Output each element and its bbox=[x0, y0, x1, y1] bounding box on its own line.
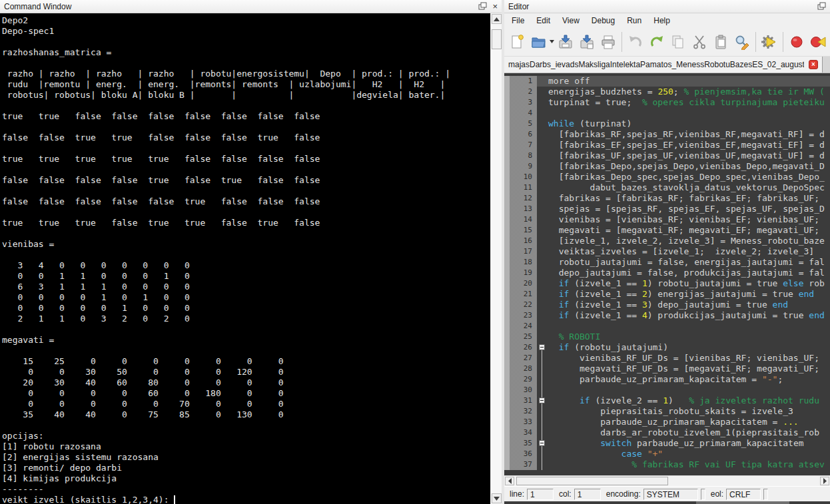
open-dropdown-icon[interactable] bbox=[550, 30, 555, 54]
line-number[interactable]: 20 bbox=[504, 278, 537, 289]
line-number[interactable]: 33 bbox=[504, 417, 537, 427]
fold-collapse-icon[interactable] bbox=[539, 344, 545, 350]
code-line[interactable]: darbs_ar_robotu_izvelem_1(pieprasitais_r… bbox=[537, 427, 830, 438]
code-line[interactable]: [fabrikas_EF,spejas_EF,vienibas_EF,megav… bbox=[537, 140, 830, 150]
code-line[interactable]: parbaude_uz_primaram_kapacitatem = ... bbox=[537, 417, 830, 427]
code-line[interactable]: if (izvele_1 == 2) energijas_jautajumi =… bbox=[537, 289, 830, 300]
code-line[interactable]: depo_jautajumi = false, produkcijas_jaut… bbox=[537, 268, 830, 278]
line-number[interactable]: 5 bbox=[504, 119, 537, 129]
code-line[interactable]: [fabrikas_Depo,spejas_Depo,vienibas_Depo… bbox=[537, 161, 830, 172]
code-line[interactable]: megavati_RF_UF_Ds = [megavati_RF; megava… bbox=[537, 364, 830, 374]
undock-icon[interactable] bbox=[478, 2, 487, 11]
paste-icon[interactable] bbox=[710, 30, 731, 54]
code-line[interactable]: fabrikas = [fabrikas_RF; fabrikas_EF; fa… bbox=[537, 193, 830, 204]
editor-hscrollbar[interactable] bbox=[504, 475, 830, 486]
code-line[interactable]: [izvele_1, izvele_2, izvele_3] = Meness_… bbox=[537, 236, 830, 246]
open-icon[interactable] bbox=[528, 30, 550, 54]
code-line[interactable]: if (robotu_jautajumi) bbox=[537, 342, 830, 353]
code-line[interactable]: more off bbox=[537, 76, 830, 87]
line-number[interactable]: 22 bbox=[504, 300, 537, 310]
scroll-up-icon[interactable] bbox=[492, 14, 502, 24]
line-number[interactable]: 13 bbox=[504, 204, 537, 214]
line-number[interactable]: 9 bbox=[504, 161, 537, 172]
code-line[interactable]: energijas_budzhets = 250; % pienjemsim,k… bbox=[537, 87, 830, 97]
line-number[interactable]: 17 bbox=[504, 246, 537, 257]
line-number[interactable]: 6 bbox=[504, 129, 537, 140]
line-number[interactable]: 32 bbox=[504, 406, 537, 417]
command-window-scrollbar[interactable] bbox=[490, 13, 502, 504]
run-script-icon[interactable] bbox=[759, 30, 780, 54]
editor-tab[interactable]: majasDarbs_ievadsMaksligaIntelektaPamato… bbox=[504, 57, 823, 73]
line-number[interactable]: 18 bbox=[504, 257, 537, 268]
fold-collapse-icon[interactable] bbox=[539, 397, 545, 403]
scroll-down-icon[interactable] bbox=[492, 493, 502, 503]
scrollbar-thumb[interactable] bbox=[492, 29, 502, 49]
toggle-breakpoint-icon[interactable] bbox=[786, 30, 807, 54]
line-number[interactable]: 36 bbox=[504, 449, 537, 459]
menu-file[interactable]: File bbox=[506, 14, 530, 27]
line-number[interactable]: 23 bbox=[504, 310, 537, 321]
code-line[interactable]: megavati = [megavati_RF; megavati_EF; me… bbox=[537, 225, 830, 236]
hscrollbar-thumb[interactable] bbox=[516, 477, 668, 485]
line-number[interactable]: 30 bbox=[504, 385, 537, 395]
code-line[interactable]: if (izvele_2 == 1) % ja izvelets razhot … bbox=[537, 395, 830, 406]
line-number[interactable]: 1 bbox=[504, 76, 537, 87]
menu-view[interactable]: View bbox=[556, 14, 586, 27]
code-line[interactable]: % ROBOTI bbox=[537, 332, 830, 342]
print-icon[interactable] bbox=[598, 30, 619, 54]
menu-help[interactable]: Help bbox=[647, 14, 676, 27]
code-line[interactable] bbox=[537, 108, 830, 119]
line-number[interactable]: 31 bbox=[504, 395, 537, 406]
line-number[interactable]: 16 bbox=[504, 236, 537, 246]
code-line[interactable] bbox=[537, 385, 830, 395]
code-line[interactable]: [fabrikas_UF,spejas_UF,vienibas_UF,megav… bbox=[537, 150, 830, 161]
code-line[interactable]: vienibas_RF_UF_Ds = [vienibas_RF; vienib… bbox=[537, 353, 830, 364]
line-number[interactable]: 14 bbox=[504, 214, 537, 225]
line-number[interactable]: 8 bbox=[504, 150, 537, 161]
line-number[interactable]: 7 bbox=[504, 140, 537, 150]
line-number[interactable]: 29 bbox=[504, 374, 537, 385]
line-number[interactable]: 25 bbox=[504, 332, 537, 342]
copy-icon[interactable] bbox=[667, 30, 689, 54]
fold-collapse-icon[interactable] bbox=[539, 440, 545, 446]
code-line[interactable]: while (turpinat) bbox=[537, 119, 830, 129]
code-line[interactable]: case "+" bbox=[537, 449, 830, 459]
line-number[interactable]: 27 bbox=[504, 353, 537, 364]
code-line[interactable]: veiktas_izveles = [izvele_1; izvele_2; i… bbox=[537, 246, 830, 257]
line-number[interactable]: 26 bbox=[504, 342, 537, 353]
close-icon[interactable]: × bbox=[492, 2, 498, 11]
line-number[interactable]: 11 bbox=[504, 182, 537, 193]
line-number[interactable]: 24 bbox=[504, 321, 537, 332]
code-area[interactable]: 1more off2energijas_budzhets = 250; % pi… bbox=[504, 73, 830, 475]
code-line[interactable]: parbaude_uz_primaram_kapacitatem = "-"; bbox=[537, 374, 830, 385]
line-number[interactable]: 19 bbox=[504, 268, 537, 278]
undo-icon[interactable] bbox=[625, 30, 646, 54]
line-number[interactable]: 4 bbox=[504, 108, 537, 119]
code-line[interactable]: [fabrikas_Depo_spec,spejas_Depo_spec,vie… bbox=[537, 172, 830, 182]
line-number[interactable]: 28 bbox=[504, 364, 537, 374]
cut-icon[interactable] bbox=[689, 30, 710, 54]
next-breakpoint-icon[interactable] bbox=[807, 30, 829, 54]
code-line[interactable]: switch parbaude_uz_primaram_kapacitatem bbox=[537, 438, 830, 449]
code-line[interactable]: spejas = [spejas_RF, spejas_EF, spejas_U… bbox=[537, 204, 830, 214]
menu-run[interactable]: Run bbox=[621, 14, 647, 27]
tab-close-icon[interactable] bbox=[809, 60, 818, 69]
undock-icon[interactable] bbox=[817, 2, 826, 11]
code-line[interactable] bbox=[537, 321, 830, 332]
save-icon[interactable] bbox=[555, 30, 576, 54]
line-number[interactable]: 10 bbox=[504, 172, 537, 182]
find-replace-icon[interactable] bbox=[731, 30, 753, 54]
line-number[interactable]: 21 bbox=[504, 289, 537, 300]
line-number[interactable]: 15 bbox=[504, 225, 537, 236]
code-line[interactable]: if (izvele_1 == 1) robotu_jautajumi = tr… bbox=[537, 278, 830, 289]
line-number[interactable]: 35 bbox=[504, 438, 537, 449]
menu-debug[interactable]: Debug bbox=[586, 14, 621, 27]
line-number[interactable]: 3 bbox=[504, 97, 537, 108]
scroll-right-icon[interactable] bbox=[820, 477, 829, 485]
menu-edit[interactable]: Edit bbox=[530, 14, 556, 27]
code-line[interactable]: turpinat = true; % operes cikla turpinaj… bbox=[537, 97, 830, 108]
save-as-icon[interactable] bbox=[576, 30, 598, 54]
scroll-left-icon[interactable] bbox=[505, 477, 514, 485]
line-number[interactable]: 34 bbox=[504, 427, 537, 438]
line-number[interactable]: 2 bbox=[504, 87, 537, 97]
